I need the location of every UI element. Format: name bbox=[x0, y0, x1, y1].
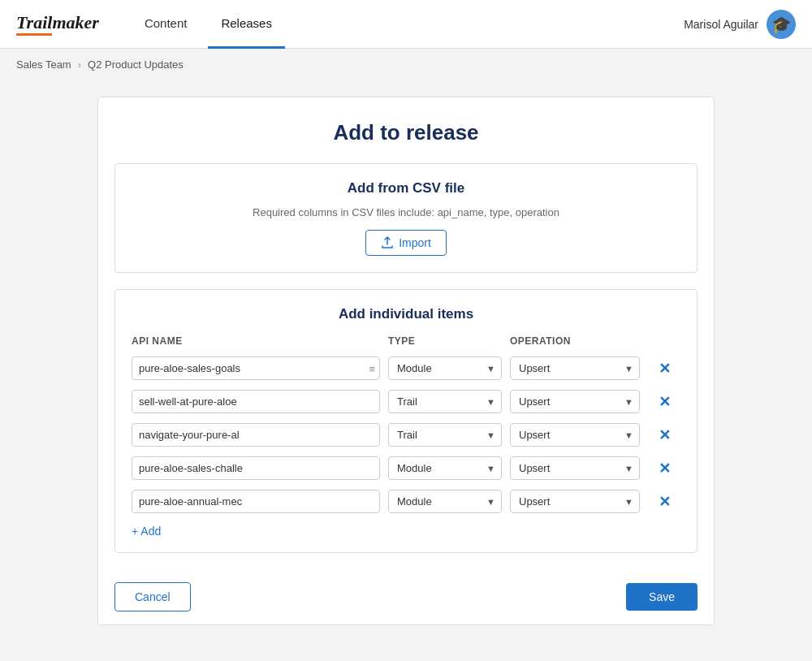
input-icon-1: ≡ bbox=[369, 362, 375, 374]
csv-section: Add from CSV file Required columns in CS… bbox=[114, 163, 698, 273]
main-nav: Content Releases bbox=[132, 0, 285, 48]
page-title: Add to release bbox=[98, 97, 714, 163]
app-logo: Trailmaker bbox=[16, 12, 99, 36]
csv-description: Required columns in CSV files include: a… bbox=[115, 203, 697, 230]
table-row: ≡ Module Trail ▼ Upsert Insert Delete ▼ bbox=[115, 352, 697, 385]
table-row: Module Trail ▼ Upsert Insert Delete ▼ ✕ bbox=[115, 451, 697, 485]
col-header-operation: OPERATION bbox=[510, 335, 640, 347]
main-content: Add to release Add from CSV file Require… bbox=[81, 80, 731, 642]
operation-select-1[interactable]: Upsert Insert Delete bbox=[510, 356, 640, 380]
operation-select-wrap-4: Upsert Insert Delete ▼ bbox=[510, 456, 640, 480]
operation-select-5[interactable]: Upsert Insert Delete bbox=[510, 490, 640, 513]
api-name-input-4[interactable] bbox=[132, 456, 380, 480]
api-name-input-5[interactable] bbox=[132, 490, 380, 513]
logo-trail: Trail bbox=[16, 12, 52, 36]
type-select-wrap-3: Module Trail ▼ bbox=[388, 423, 502, 447]
col-header-action bbox=[648, 335, 680, 347]
type-select-5[interactable]: Module Trail bbox=[388, 490, 502, 513]
type-select-2[interactable]: Module Trail bbox=[388, 390, 502, 413]
operation-select-wrap-3: Upsert Insert Delete ▼ bbox=[510, 423, 640, 447]
breadcrumb: Sales Team › Q2 Product Updates bbox=[0, 49, 812, 80]
user-info: Marisol Aguilar 🎓 bbox=[684, 10, 796, 39]
type-select-wrap-5: Module Trail ▼ bbox=[388, 490, 502, 513]
table-row: Module Trail ▼ Upsert Insert Delete ▼ ✕ bbox=[115, 385, 697, 418]
type-select-wrap-1: Module Trail ▼ bbox=[388, 356, 502, 380]
type-select-wrap-4: Module Trail ▼ bbox=[388, 456, 502, 480]
operation-select-3[interactable]: Upsert Insert Delete bbox=[510, 423, 640, 447]
table-row: Module Trail ▼ Upsert Insert Delete ▼ ✕ bbox=[115, 418, 697, 451]
remove-button-1[interactable]: ✕ bbox=[648, 358, 680, 379]
upload-icon bbox=[381, 236, 394, 249]
individual-section-title: Add individual items bbox=[115, 290, 697, 335]
avatar: 🎓 bbox=[767, 10, 796, 39]
api-name-input-2[interactable] bbox=[132, 390, 380, 413]
breadcrumb-q2-product: Q2 Product Updates bbox=[88, 58, 184, 71]
operation-select-wrap-1: Upsert Insert Delete ▼ bbox=[510, 356, 640, 380]
type-select-wrap-2: Module Trail ▼ bbox=[388, 390, 502, 413]
footer-actions: Cancel Save bbox=[98, 569, 714, 624]
app-header: Trailmaker Content Releases Marisol Agui… bbox=[0, 0, 812, 49]
breadcrumb-separator: › bbox=[78, 58, 81, 71]
import-button[interactable]: Import bbox=[365, 230, 447, 256]
remove-button-3[interactable]: ✕ bbox=[648, 425, 680, 446]
type-select-3[interactable]: Module Trail bbox=[388, 423, 502, 447]
remove-button-5[interactable]: ✕ bbox=[648, 491, 680, 512]
api-name-input-1[interactable] bbox=[132, 356, 380, 380]
api-name-input-3[interactable] bbox=[132, 423, 380, 447]
import-btn-wrap: Import bbox=[115, 230, 697, 272]
type-select-1[interactable]: Module Trail bbox=[388, 356, 502, 380]
tab-content[interactable]: Content bbox=[132, 0, 201, 49]
api-name-cell-1: ≡ bbox=[132, 356, 380, 380]
remove-button-2[interactable]: ✕ bbox=[648, 391, 680, 413]
operation-select-4[interactable]: Upsert Insert Delete bbox=[510, 456, 640, 480]
breadcrumb-sales-team[interactable]: Sales Team bbox=[16, 58, 71, 71]
csv-section-title: Add from CSV file bbox=[115, 164, 697, 203]
operation-select-2[interactable]: Upsert Insert Delete bbox=[510, 390, 640, 413]
tab-releases[interactable]: Releases bbox=[208, 0, 285, 49]
cancel-button[interactable]: Cancel bbox=[114, 582, 191, 611]
save-button[interactable]: Save bbox=[626, 583, 698, 611]
user-name: Marisol Aguilar bbox=[684, 18, 758, 31]
logo-maker: maker bbox=[52, 12, 98, 32]
operation-select-wrap-5: Upsert Insert Delete ▼ bbox=[510, 490, 640, 513]
table-row: Module Trail ▼ Upsert Insert Delete ▼ ✕ bbox=[115, 485, 697, 518]
individual-items-section: Add individual items API NAME TYPE OPERA… bbox=[114, 289, 698, 553]
col-header-api-name: API NAME bbox=[132, 335, 380, 347]
type-select-4[interactable]: Module Trail bbox=[388, 456, 502, 480]
add-release-card: Add to release Add from CSV file Require… bbox=[97, 97, 715, 625]
col-header-type: TYPE bbox=[388, 335, 502, 347]
remove-button-4[interactable]: ✕ bbox=[648, 458, 680, 479]
table-header: API NAME TYPE OPERATION bbox=[115, 335, 697, 352]
operation-select-wrap-2: Upsert Insert Delete ▼ bbox=[510, 390, 640, 413]
add-row-button[interactable]: + Add bbox=[115, 518, 177, 544]
